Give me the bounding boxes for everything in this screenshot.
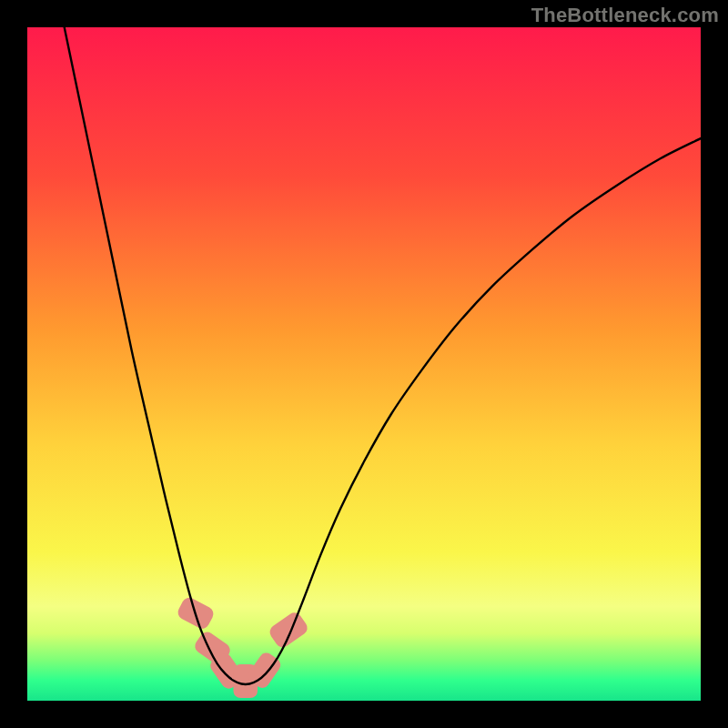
chart-svg [27,27,701,701]
chart-plot-area [27,27,701,701]
chart-background [27,27,701,701]
chart-stage: TheBottleneck.com [0,0,728,728]
watermark-text: TheBottleneck.com [531,4,719,27]
